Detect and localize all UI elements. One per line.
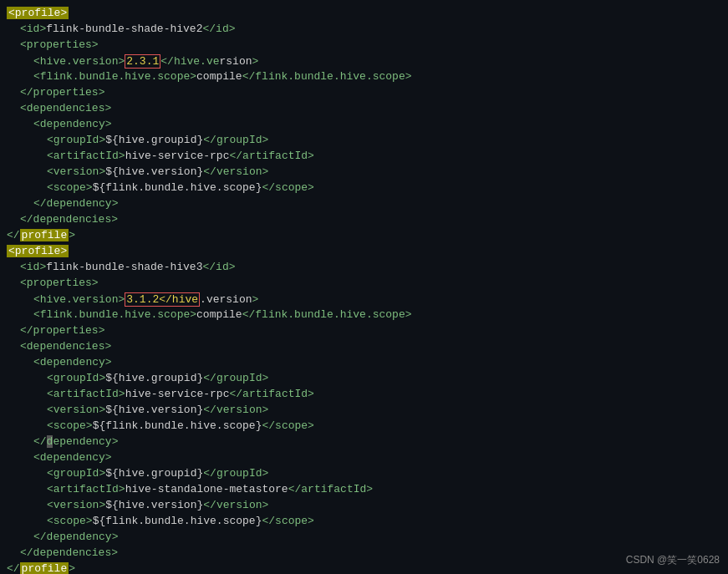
code-editor: <profile><id>flink-bundle-shade-hive2</i… [0,0,728,574]
code-token: flink.bundle.hive.scope [40,70,190,83]
code-token: > [105,356,112,368]
code-token: > [119,150,125,162]
code-token: < [47,388,53,400]
code-token: flink.bundle.hive.scope [255,70,405,83]
code-token: < [47,165,53,178]
code-token: scope [275,419,308,432]
code-token: flink.bundle.hive.scope [255,308,405,321]
code-token: d [47,435,53,448]
code-token: > [111,546,118,559]
code-token: > [118,55,125,68]
code-token: </ [203,467,216,480]
code-token: > [118,293,125,306]
code-token: </ [160,55,174,68]
code-token: > [262,499,268,511]
code-token: > [262,134,268,146]
code-token: version [53,404,99,416]
watermark: CSDN @笑一笑0628 [626,553,720,567]
code-token: dependency [40,118,105,130]
code-token: > [105,451,112,464]
code-token: < [47,150,53,162]
code-token: dependency [40,356,105,368]
code-token: > [104,340,111,353]
code-line: </dependencies> [0,213,728,229]
code-token: > [86,419,93,432]
code-token: > [99,404,105,416]
code-token: flink.bundle.hive.scope [40,308,190,321]
code-token: version [53,165,99,178]
code-token: ependency [53,435,111,448]
code-token: groupId [216,372,262,384]
code-token: id [27,23,40,35]
code-token: groupId [216,467,262,480]
code-token: flink-bundle-shade-hive2 [46,23,202,35]
code-token: > [69,562,75,574]
code-token: < [47,181,53,194]
code-token: </ [20,86,33,99]
code-token: </ [262,419,275,432]
code-token: hive.ve [174,55,220,68]
code-token: groupId [216,134,262,146]
code-token: dependencies [27,102,105,114]
code-token: > [99,324,105,337]
code-token: ${hive.version} [105,165,203,178]
code-token: dependencies [33,213,112,226]
code-line: <properties> [0,277,728,292]
code-token: .version [200,293,252,306]
code-line: <profile> [0,245,728,261]
code-token: </ [33,435,47,448]
code-token: > [99,467,105,480]
code-token: groupId [53,372,99,384]
code-token: < [47,404,53,416]
code-token: < [20,23,27,35]
code-token: </ [20,324,33,337]
code-token: < [33,293,40,306]
code-token: </ [20,213,33,226]
code-token: ${hive.version} [105,404,203,416]
code-token: > [39,261,46,273]
code-line: <scope>${flink.bundle.hive.scope}</scope… [0,419,728,435]
code-line: <flink.bundle.hive.scope>compile</flink.… [0,308,728,324]
code-token: > [92,38,99,51]
code-token: > [105,118,112,130]
code-token: > [229,261,236,273]
code-line: <scope>${flink.bundle.hive.scope}</scope… [0,181,728,197]
code-token: < [33,55,40,68]
code-token: > [69,229,75,241]
code-token: < [47,467,53,480]
code-token: ${hive.groupid} [105,134,203,146]
code-token: > [366,483,373,495]
code-token: > [308,515,314,527]
code-token: < [47,134,53,146]
code-token: version [216,165,262,178]
code-token: </ [203,165,216,178]
code-token: < [20,102,27,114]
code-token: scope [53,419,86,432]
code-token: > [405,308,412,321]
code-line: </properties> [0,324,728,340]
code-line: </dependency> [0,531,728,546]
code-token: > [99,499,105,511]
code-token: > [119,388,125,400]
code-line: <version>${hive.version}</version> [0,165,728,181]
code-token: </ [202,261,216,273]
code-token: > [112,435,119,448]
code-token: compile [196,70,242,83]
code-token: < [47,483,53,495]
code-line: <hive.version>2.3.1</hive.version> [0,54,728,70]
code-token: ${flink.bundle.hive.scope} [93,181,262,194]
code-line: <flink.bundle.hive.scope>compile</flink.… [0,70,728,86]
code-token: </ [7,229,20,241]
code-token: artifactId [53,483,119,495]
code-token: </ [20,546,33,559]
code-token: > [99,372,105,384]
code-token: properties [27,277,92,289]
code-token: < [20,340,27,353]
code-token: </ [203,134,216,146]
code-line: </dependency> [0,435,728,451]
code-token: < [33,451,40,464]
code-token: </ [33,197,47,210]
code-line: </profile> [0,562,728,574]
code-token: < [47,499,53,511]
code-token: scope [53,181,86,194]
